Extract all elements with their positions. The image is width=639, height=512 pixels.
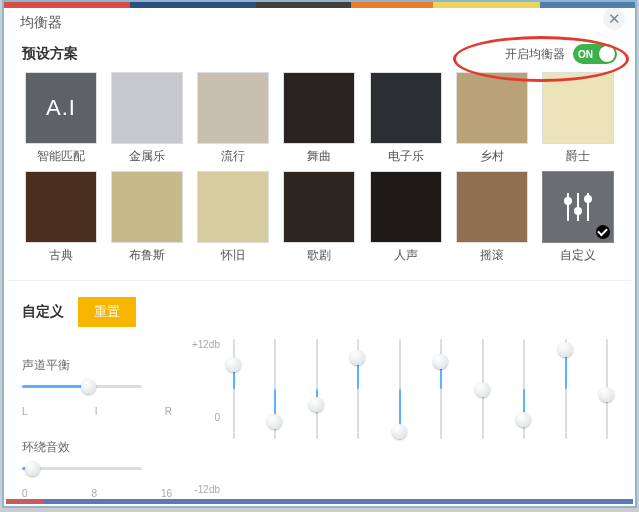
preset-item[interactable]: 流行 [194, 72, 272, 165]
toggle-knob [599, 46, 615, 62]
eq-band-knob[interactable] [267, 414, 282, 429]
check-icon [596, 225, 610, 239]
custom-section-title: 自定义 [22, 303, 64, 321]
preset-label: 流行 [221, 148, 245, 165]
preset-item[interactable]: 布鲁斯 [108, 171, 186, 264]
preset-item[interactable]: 电子乐 [367, 72, 445, 165]
preset-thumb [283, 72, 355, 144]
surround-tick-0: 0 [22, 488, 28, 499]
balance-slider[interactable] [22, 380, 142, 394]
eq-band-slider[interactable] [392, 339, 408, 439]
eq-band-knob[interactable] [226, 357, 241, 372]
preset-item[interactable]: 古典 [22, 171, 100, 264]
preset-thumb [283, 171, 355, 243]
preset-item[interactable]: 人声 [367, 171, 445, 264]
enable-eq-toggle[interactable]: ON [573, 44, 617, 64]
eq-band-knob[interactable] [475, 382, 490, 397]
surround-tick-1: 8 [91, 488, 97, 499]
preset-thumb [370, 72, 442, 144]
eq-band-slider[interactable] [309, 339, 325, 439]
window-accent-bar [4, 2, 635, 8]
eq-band-knob[interactable] [599, 387, 614, 402]
preset-item[interactable]: 自定义 [539, 171, 617, 264]
preset-thumb [111, 171, 183, 243]
preset-thumb [111, 72, 183, 144]
preset-item[interactable]: A.I智能匹配 [22, 72, 100, 165]
svg-point-3 [565, 198, 571, 204]
preset-thumb [370, 171, 442, 243]
preset-thumb [197, 72, 269, 144]
preset-thumb: A.I [25, 72, 97, 144]
window-bottom-accent [6, 499, 633, 504]
preset-thumb [456, 171, 528, 243]
preset-label: 摇滚 [480, 247, 504, 264]
eq-band-slider[interactable] [433, 339, 449, 439]
preset-label: 布鲁斯 [129, 247, 165, 264]
eq-band-knob[interactable] [516, 412, 531, 427]
eq-band-knob[interactable] [433, 354, 448, 369]
preset-grid: A.I智能匹配金属乐流行舞曲电子乐乡村爵士古典布鲁斯怀旧歌剧人声摇滚自定义 [22, 72, 617, 264]
reset-button[interactable]: 重置 [78, 297, 136, 327]
close-button[interactable]: ✕ [603, 8, 625, 30]
sliders-icon [558, 187, 598, 227]
preset-thumb [456, 72, 528, 144]
enable-eq-label: 开启均衡器 [505, 46, 565, 63]
balance-tick-c: I [95, 406, 98, 417]
preset-label: 舞曲 [307, 148, 331, 165]
eq-panel: +12db 0 -12db [186, 335, 617, 499]
preset-thumb [542, 72, 614, 144]
eq-band-knob[interactable] [309, 397, 324, 412]
balance-tick-l: L [22, 406, 28, 417]
balance-knob[interactable] [81, 379, 96, 394]
window-title: 均衡器 [4, 8, 635, 34]
preset-label: 智能匹配 [37, 148, 85, 165]
eq-band-knob[interactable] [350, 350, 365, 365]
svg-point-4 [575, 208, 581, 214]
equalizer-window: ✕ 均衡器 预设方案 开启均衡器 ON A.I智能匹配金属乐流行舞曲电子乐乡村爵… [2, 0, 637, 508]
preset-label: 自定义 [560, 247, 596, 264]
preset-item[interactable]: 金属乐 [108, 72, 186, 165]
surround-knob[interactable] [25, 461, 40, 476]
preset-label: 电子乐 [388, 148, 424, 165]
preset-label: 金属乐 [129, 148, 165, 165]
eq-band-slider[interactable] [516, 339, 532, 439]
preset-item[interactable]: 乡村 [453, 72, 531, 165]
surround-control: 环绕音效 0 8 16 [22, 439, 172, 499]
toggle-state-text: ON [578, 49, 593, 60]
preset-thumb [197, 171, 269, 243]
preset-item[interactable]: 舞曲 [280, 72, 358, 165]
balance-tick-r: R [165, 406, 172, 417]
eq-band-slider[interactable] [226, 339, 242, 439]
preset-thumb [542, 171, 614, 243]
eq-band-slider[interactable] [350, 339, 366, 439]
preset-item[interactable]: 歌剧 [280, 171, 358, 264]
preset-thumb [25, 171, 97, 243]
eq-db-mid: 0 [186, 412, 220, 423]
preset-item[interactable]: 怀旧 [194, 171, 272, 264]
preset-item[interactable]: 摇滚 [453, 171, 531, 264]
preset-label: 歌剧 [307, 247, 331, 264]
svg-point-5 [585, 196, 591, 202]
preset-label: 乡村 [480, 148, 504, 165]
balance-label: 声道平衡 [22, 357, 172, 374]
eq-bands [224, 335, 617, 499]
preset-label: 古典 [49, 247, 73, 264]
surround-slider[interactable] [22, 462, 142, 476]
eq-band-slider[interactable] [558, 339, 574, 439]
eq-band-slider[interactable] [599, 339, 615, 439]
preset-label: 怀旧 [221, 247, 245, 264]
eq-band-slider[interactable] [267, 339, 283, 439]
surround-label: 环绕音效 [22, 439, 172, 456]
eq-db-high: +12db [186, 339, 220, 350]
balance-control: 声道平衡 L I R [22, 357, 172, 417]
eq-band-slider[interactable] [475, 339, 491, 439]
preset-label: 人声 [394, 247, 418, 264]
surround-tick-2: 16 [161, 488, 172, 499]
divider [8, 280, 631, 281]
eq-band-knob[interactable] [558, 342, 573, 357]
preset-item[interactable]: 爵士 [539, 72, 617, 165]
preset-section-title: 预设方案 [22, 45, 78, 63]
preset-label: 爵士 [566, 148, 590, 165]
eq-db-low: -12db [186, 484, 220, 495]
eq-band-knob[interactable] [392, 424, 407, 439]
